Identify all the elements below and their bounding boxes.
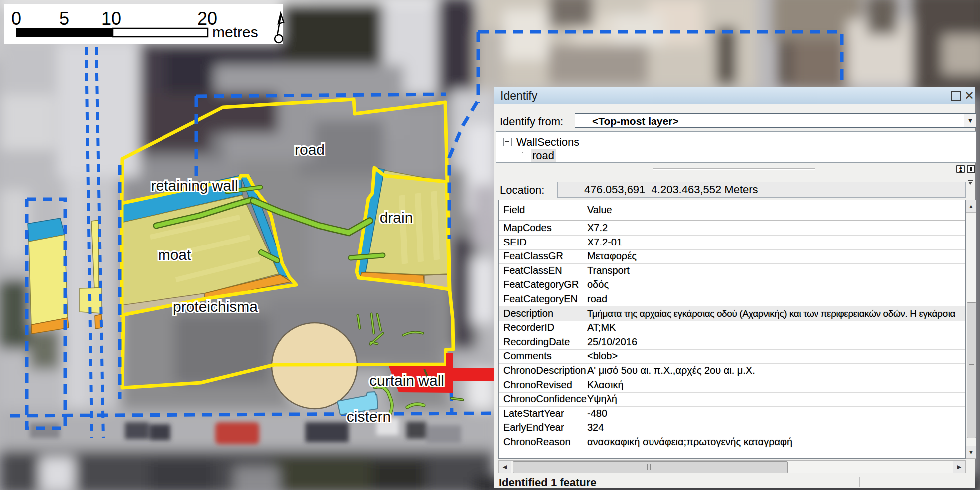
svg-text:proteichisma: proteichisma <box>173 298 258 315</box>
svg-text:5: 5 <box>59 8 69 29</box>
svg-text:10: 10 <box>101 8 121 29</box>
svg-text:curtain wall: curtain wall <box>369 372 444 389</box>
svg-text:road: road <box>295 141 325 158</box>
svg-text:0: 0 <box>11 8 21 29</box>
svg-text:drain: drain <box>380 209 413 226</box>
svg-text:metres: metres <box>212 24 258 40</box>
svg-text:cistern: cistern <box>347 408 391 425</box>
svg-text:moat: moat <box>158 246 191 263</box>
svg-text:retaining wall: retaining wall <box>151 177 238 194</box>
